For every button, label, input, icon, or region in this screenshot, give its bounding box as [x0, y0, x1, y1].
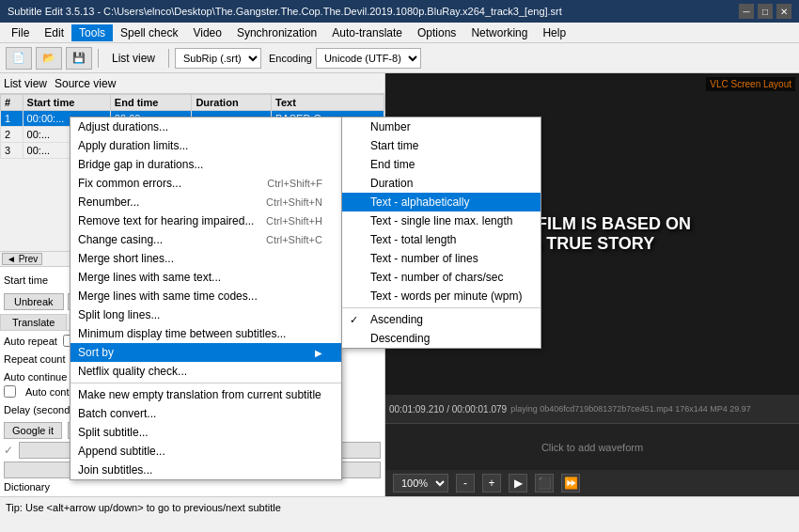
menu-netflix-quality[interactable]: Netflix quality check...: [70, 362, 341, 381]
tools-dropdown: Adjust durations... Apply duration limit…: [70, 117, 342, 480]
sort-ascending[interactable]: ✓Ascending: [342, 310, 540, 329]
waveform-label: Click to add waveform: [541, 442, 643, 453]
col-start: Start time: [23, 95, 110, 111]
menu-video[interactable]: Video: [185, 24, 228, 41]
menu-fix-common-errors[interactable]: Fix common errors...Ctrl+Shift+F: [70, 174, 341, 193]
menu-join-subtitles[interactable]: Join subtitles...: [70, 461, 341, 479]
menu-split-long[interactable]: Split long lines...: [70, 305, 341, 324]
sortby-separator: [342, 307, 540, 308]
separator: [70, 383, 341, 383]
menu-synchronization[interactable]: Synchronization: [229, 24, 324, 41]
menu-change-casing[interactable]: Change casing...Ctrl+Shift+C: [70, 230, 341, 249]
menu-append-subtitle[interactable]: Append subtitle...: [70, 442, 341, 461]
menu-help[interactable]: Help: [535, 24, 573, 41]
menu-batch-convert[interactable]: Batch convert...: [70, 404, 341, 423]
menu-networking[interactable]: Networking: [463, 24, 535, 41]
tab-translate[interactable]: Translate: [0, 314, 67, 330]
menu-merge-same-time[interactable]: Merge lines with same time codes...: [70, 287, 341, 305]
prev-button[interactable]: ◄ Prev: [2, 253, 42, 265]
forward-button[interactable]: ⏩: [561, 474, 580, 493]
menu-merge-short[interactable]: Merge short lines...: [70, 249, 341, 268]
col-number: #: [1, 95, 24, 111]
sort-single-line-max[interactable]: Text - single line max. length: [342, 211, 540, 230]
col-text: Text: [272, 95, 384, 111]
zoom-in-button[interactable]: +: [482, 474, 501, 493]
timeline-controls: 100% - + ▶ ⬛ ⏩: [385, 470, 799, 496]
sort-total-length[interactable]: Text - total length: [342, 230, 540, 249]
format-select[interactable]: SubRip (.srt): [175, 48, 261, 69]
separator-2: [168, 49, 169, 68]
auto-continue-label: Auto continue: [4, 371, 67, 383]
vlc-overlay: VLC Screen Layout: [706, 77, 795, 91]
menu-edit[interactable]: Edit: [37, 24, 71, 41]
auto-continue-checkbox[interactable]: [4, 385, 16, 398]
menu-file[interactable]: File: [4, 24, 37, 41]
encoding-select[interactable]: Unicode (UTF-8): [316, 48, 421, 69]
open-button[interactable]: 📂: [36, 47, 62, 70]
menu-bridge-gap[interactable]: Bridge gap in durations...: [70, 155, 341, 174]
start-time-label: Start time: [4, 274, 70, 286]
sort-chars-per-sec[interactable]: Text - number of chars/sec: [342, 268, 540, 287]
sort-end-time[interactable]: End time: [342, 155, 540, 174]
sort-duration[interactable]: Duration: [342, 174, 540, 193]
auto-repeat-label: Auto repeat: [4, 336, 57, 347]
sort-start-time[interactable]: Start time: [342, 136, 540, 155]
encoding-label: Encoding: [269, 53, 312, 64]
menu-tools[interactable]: Tools: [71, 24, 113, 41]
maximize-button[interactable]: □: [758, 4, 773, 19]
menu-spellcheck[interactable]: Spell check: [113, 24, 185, 41]
sort-num-lines[interactable]: Text - number of lines: [342, 249, 540, 268]
video-info: playing 0b406fcd719b081372b7ce451.mp4 17…: [510, 404, 751, 414]
video-controls: 00:01:09.210 / 00:00:01.079 playing 0b40…: [385, 395, 799, 423]
title-bar: Subtitle Edit 3.5.13 - C:\Users\elnco\De…: [0, 0, 799, 23]
menu-minimum-display[interactable]: Minimum display time between subtitles..…: [70, 324, 341, 343]
check-icon: ✓: [4, 444, 13, 457]
zoom-select[interactable]: 100%: [393, 474, 448, 493]
repeat-count-label: Repeat count: [4, 353, 65, 365]
list-view-label: List view: [4, 77, 47, 90]
delay-label: Delay (seconds): [4, 404, 78, 415]
window-controls: ─ □ ✕: [739, 4, 791, 19]
menu-apply-duration-limits[interactable]: Apply duration limits...: [70, 136, 341, 155]
col-end: End time: [110, 95, 192, 111]
subtitle-list-header: List view Source view: [0, 73, 384, 94]
source-view-label: Source view: [55, 77, 116, 90]
google-it-button[interactable]: Google it: [4, 422, 62, 439]
unbreak-button[interactable]: Unbreak: [4, 293, 64, 310]
menu-autotranslate[interactable]: Auto-translate: [324, 24, 410, 41]
separator-1: [98, 49, 99, 68]
menu-make-new-translation[interactable]: Make new empty translation from current …: [70, 385, 341, 404]
save-button[interactable]: 💾: [66, 47, 92, 70]
window-title: Subtitle Edit 3.5.13 - C:\Users\elnco\De…: [8, 6, 562, 17]
sort-text-alpha[interactable]: Text - alphabetically: [342, 193, 540, 211]
close-button[interactable]: ✕: [776, 4, 791, 19]
menu-remove-hearing[interactable]: Remove text for hearing impaired...Ctrl+…: [70, 211, 341, 230]
menu-split-subtitle[interactable]: Split subtitle...: [70, 423, 341, 442]
minimize-button[interactable]: ─: [739, 4, 754, 19]
menu-bar: File Edit Tools Spell check Video Synchr…: [0, 23, 799, 43]
toolbar: 📄 📂 💾 List view SubRip (.srt) Encoding U…: [0, 43, 799, 73]
zoom-out-button[interactable]: -: [456, 474, 475, 493]
status-text: Tip: Use <alt+arrow up/down> to go to pr…: [6, 502, 281, 513]
vlc-label: VLC Screen Layout: [710, 79, 791, 89]
sort-wpm[interactable]: Text - words per minute (wpm): [342, 287, 540, 305]
status-bar: Tip: Use <alt+arrow up/down> to go to pr…: [0, 496, 799, 517]
toolbar-list-view[interactable]: List view: [104, 50, 163, 67]
play-button[interactable]: ▶: [509, 474, 527, 493]
menu-sort-by[interactable]: Sort by▶: [70, 343, 341, 362]
new-button[interactable]: 📄: [6, 47, 32, 70]
waveform-area[interactable]: Click to add waveform: [385, 423, 799, 470]
menu-merge-same-text[interactable]: Merge lines with same text...: [70, 268, 341, 287]
video-timecode: 00:01:09.210 / 00:00:01.079: [389, 404, 507, 415]
menu-options[interactable]: Options: [410, 24, 463, 41]
col-dur: Duration: [192, 95, 272, 111]
menu-adjust-durations[interactable]: Adjust durations...: [70, 117, 341, 136]
sortby-submenu: Number Start time End time Duration Text…: [341, 117, 541, 349]
dictionary-label: Dictionary: [4, 481, 50, 493]
menu-renumber[interactable]: Renumber...Ctrl+Shift+N: [70, 193, 341, 211]
waveform-button[interactable]: ⬛: [535, 474, 554, 493]
sort-descending[interactable]: Descending: [342, 329, 540, 348]
sort-number[interactable]: Number: [342, 117, 540, 136]
